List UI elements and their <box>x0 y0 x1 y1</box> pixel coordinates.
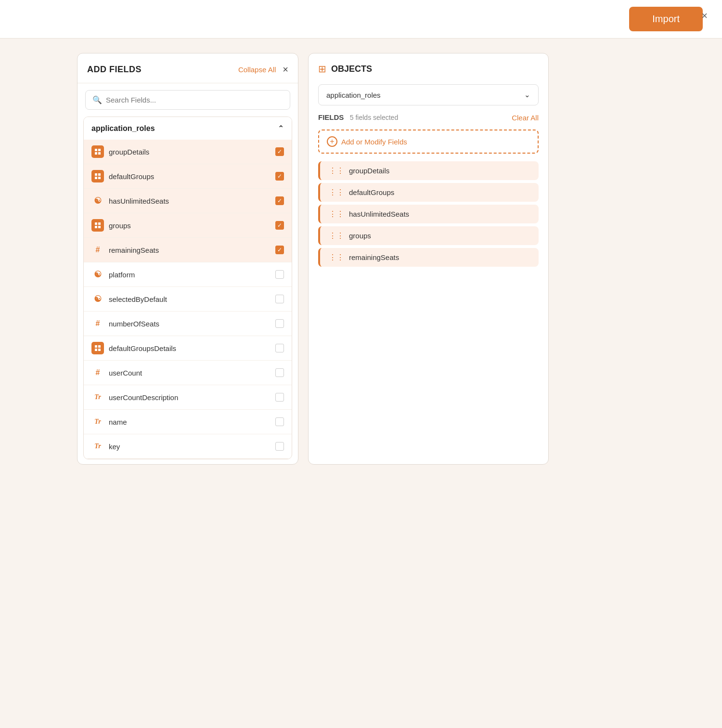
svg-rect-3 <box>98 152 101 155</box>
field-item[interactable]: ☯ hasUnlimitedSeats ✓ <box>84 189 292 213</box>
field-item[interactable]: groups ✓ <box>84 213 292 238</box>
svg-rect-11 <box>98 226 101 228</box>
collapse-all-button[interactable]: Collapse All <box>238 65 276 74</box>
import-button[interactable]: Import <box>629 7 703 31</box>
field-name: defaultGroups <box>109 172 271 181</box>
field-checkbox[interactable] <box>275 393 284 402</box>
field-item[interactable]: ☯ platform <box>84 262 292 287</box>
array-icon <box>91 219 104 232</box>
field-checkbox[interactable]: ✓ <box>275 172 284 181</box>
svg-rect-5 <box>98 173 101 176</box>
fields-subheader: FIELDS 5 fields selected Clear All <box>318 113 539 122</box>
svg-rect-15 <box>98 349 101 351</box>
close-panel-button[interactable]: × <box>283 64 288 75</box>
selected-field-name: defaultGroups <box>349 188 394 196</box>
svg-rect-14 <box>95 349 97 351</box>
svg-rect-12 <box>95 345 97 348</box>
field-checkbox[interactable] <box>275 295 284 303</box>
array-icon <box>91 170 104 182</box>
field-item[interactable]: # userCount <box>84 361 292 385</box>
drag-handle[interactable]: ⋮⋮ <box>329 209 344 219</box>
field-item[interactable]: # remainingSeats ✓ <box>84 238 292 262</box>
chevron-up-icon: ⌃ <box>278 124 284 133</box>
add-fields-title: ADD FIELDS <box>87 65 142 75</box>
selected-field-item: ⋮⋮ groups <box>318 226 539 245</box>
fields-list: groupDetails ✓ defaultGroups ✓ ☯ hasUnli… <box>84 140 292 459</box>
field-checkbox[interactable] <box>275 368 284 377</box>
add-fields-panel: ADD FIELDS Collapse All × 🔍 application_… <box>77 53 298 465</box>
objects-title: OBJECTS <box>331 64 372 74</box>
fields-scroll-area[interactable]: application_roles ⌃ groupDetails ✓ <box>77 117 298 464</box>
field-name: numberOfSeats <box>109 320 271 328</box>
add-modify-label: Add or Modify Fields <box>341 138 407 146</box>
field-item[interactable]: # numberOfSeats <box>84 312 292 336</box>
field-checkbox[interactable] <box>275 417 284 426</box>
group-name: application_roles <box>91 124 155 133</box>
bool-icon: ☯ <box>91 195 104 207</box>
field-checkbox[interactable] <box>275 344 284 352</box>
fields-count: 5 fields selected <box>350 114 398 121</box>
field-item[interactable]: defaultGroups ✓ <box>84 164 292 189</box>
objects-table-icon: ⊞ <box>318 63 326 75</box>
field-checkbox[interactable] <box>275 442 284 451</box>
string-icon: Tr <box>91 391 104 403</box>
drag-handle[interactable]: ⋮⋮ <box>329 231 344 240</box>
field-item[interactable]: defaultGroupsDetails <box>84 336 292 361</box>
field-item[interactable]: Tr key <box>84 434 292 459</box>
svg-rect-7 <box>98 177 101 179</box>
add-modify-fields-button[interactable]: + Add or Modify Fields <box>318 130 539 154</box>
search-input-wrap: 🔍 <box>85 90 290 110</box>
top-bar: Import <box>0 0 722 39</box>
clear-all-button[interactable]: Clear All <box>512 114 539 122</box>
string-icon: Tr <box>91 416 104 428</box>
field-name: userCountDescription <box>109 393 271 402</box>
string-icon: Tr <box>91 440 104 453</box>
svg-rect-2 <box>95 152 97 155</box>
search-container: 🔍 <box>77 83 298 117</box>
field-name: userCount <box>109 369 271 377</box>
objects-panel: ⊞ OBJECTS application_roles ⌄ FIELDS 5 f… <box>308 53 549 465</box>
svg-rect-4 <box>95 173 97 176</box>
drag-handle[interactable]: ⋮⋮ <box>329 188 344 197</box>
field-checkbox[interactable]: ✓ <box>275 147 284 156</box>
selected-field-item: ⋮⋮ groupDetails <box>318 161 539 180</box>
field-item[interactable]: groupDetails ✓ <box>84 140 292 164</box>
field-name: key <box>109 442 271 451</box>
field-name: name <box>109 418 271 426</box>
field-checkbox[interactable]: ✓ <box>275 221 284 230</box>
object-select-dropdown[interactable]: application_roles ⌄ <box>318 84 539 105</box>
selected-field-item: ⋮⋮ hasUnlimitedSeats <box>318 205 539 223</box>
selected-field-name: hasUnlimitedSeats <box>349 210 409 218</box>
field-name: groups <box>109 221 271 230</box>
objects-header: ⊞ OBJECTS <box>318 63 539 75</box>
field-checkbox[interactable]: ✓ <box>275 246 284 254</box>
svg-rect-1 <box>98 149 101 151</box>
search-input[interactable] <box>106 96 283 104</box>
left-panel-header: ADD FIELDS Collapse All × <box>77 53 298 83</box>
svg-rect-10 <box>95 226 97 228</box>
field-checkbox[interactable]: ✓ <box>275 196 284 205</box>
group-section: application_roles ⌃ groupDetails ✓ <box>83 117 292 459</box>
selected-fields-list: ⋮⋮ groupDetails ⋮⋮ defaultGroups ⋮⋮ hasU… <box>318 161 539 267</box>
field-checkbox[interactable] <box>275 270 284 279</box>
chevron-down-icon: ⌄ <box>524 91 530 99</box>
field-name: remainingSeats <box>109 246 271 254</box>
main-area: ADD FIELDS Collapse All × 🔍 application_… <box>77 39 722 479</box>
object-select-value: application_roles <box>326 91 381 99</box>
field-checkbox[interactable] <box>275 319 284 328</box>
field-item[interactable]: Tr userCountDescription <box>84 385 292 410</box>
add-modify-icon: + <box>327 136 337 147</box>
svg-rect-9 <box>98 222 101 225</box>
svg-rect-0 <box>95 149 97 151</box>
field-item[interactable]: Tr name <box>84 410 292 434</box>
group-header[interactable]: application_roles ⌃ <box>84 117 292 140</box>
header-actions: Collapse All × <box>238 64 288 75</box>
field-name: selectedByDefault <box>109 295 271 303</box>
drag-handle[interactable]: ⋮⋮ <box>329 253 344 262</box>
field-item[interactable]: ☯ selectedByDefault <box>84 287 292 312</box>
svg-rect-13 <box>98 345 101 348</box>
field-name: defaultGroupsDetails <box>109 344 271 352</box>
drag-handle[interactable]: ⋮⋮ <box>329 166 344 175</box>
close-dialog-button[interactable]: × <box>701 10 708 22</box>
search-icon: 🔍 <box>92 95 102 104</box>
